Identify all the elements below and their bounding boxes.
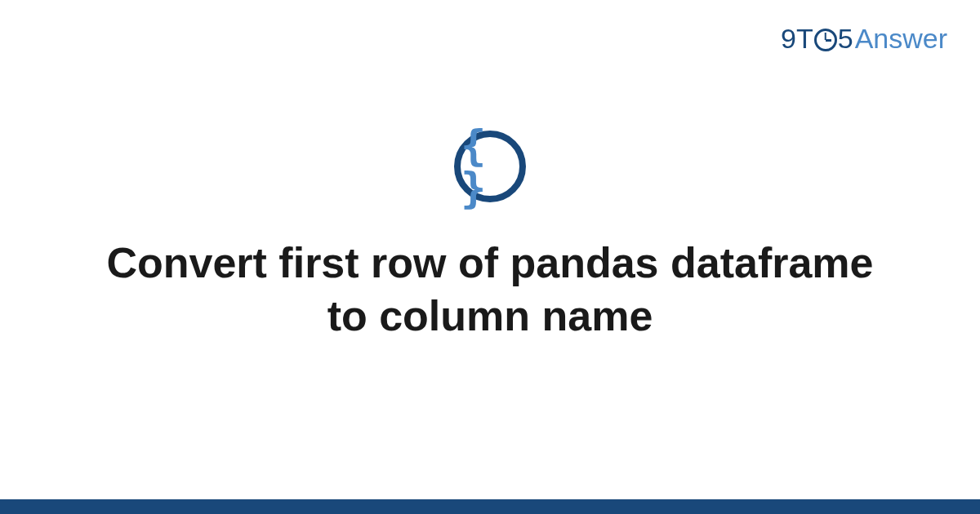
- main-content: { } Convert first row of pandas datafram…: [0, 0, 980, 514]
- braces-glyph: { }: [461, 124, 519, 209]
- code-braces-icon: { }: [454, 131, 526, 202]
- page-title: Convert first row of pandas dataframe to…: [98, 237, 882, 343]
- footer-accent-bar: [0, 499, 980, 514]
